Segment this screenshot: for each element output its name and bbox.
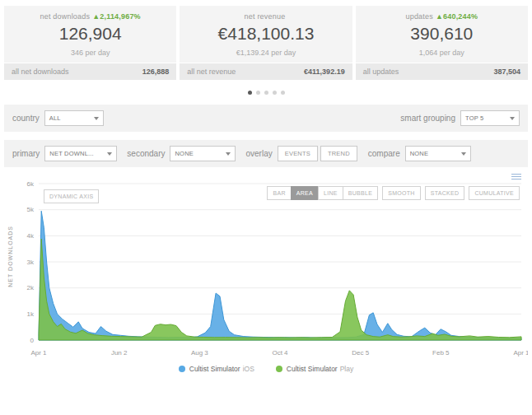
country-select[interactable]: ALL [44, 110, 104, 126]
legend-item-play[interactable]: Cultist Simulator Play [276, 365, 353, 373]
chart-area: DYNAMIC AXIS BAR AREA LINE BUBBLE SMOOTH… [4, 175, 528, 361]
stacked-button[interactable]: STACKED [425, 186, 465, 200]
card-footer: all net downloads 126,888 [4, 63, 176, 80]
change-up-badge: ▲640,244% [436, 12, 478, 21]
svg-text:5k: 5k [27, 206, 35, 213]
card-body: net downloads▲2,114,967% 126,904 346 per… [4, 6, 176, 63]
compare-select-value: NONE [410, 150, 428, 157]
svg-text:Feb 5: Feb 5 [432, 349, 450, 357]
svg-text:Jun 2: Jun 2 [111, 349, 128, 357]
card-footer: all updates 387,504 [356, 63, 528, 80]
legend-label: Cultist Simulator [189, 365, 240, 373]
country-select-value: ALL [49, 114, 61, 122]
card-body: net revenue €418,100.13 €1,139.24 per da… [180, 6, 352, 63]
legend-item-ios[interactable]: Cultist Simulator iOS [179, 365, 254, 373]
series-color-dot [179, 366, 185, 372]
dynamic-axis-button[interactable]: DYNAMIC AXIS [44, 189, 99, 203]
card-title-row: net revenue [186, 12, 345, 21]
carousel-dots [4, 91, 528, 95]
chart-type-button[interactable]: AREA [291, 186, 319, 200]
chevron-down-icon [461, 152, 466, 156]
card-footer-value: 387,504 [493, 68, 520, 76]
card-value: €418,100.13 [186, 24, 345, 44]
country-filter-bar: country ALL smart grouping TOP 5 [4, 105, 528, 132]
chart-legend: Cultist Simulator iOS Cultist Simulator … [4, 365, 528, 373]
svg-text:4k: 4k [27, 232, 35, 240]
card-title: net downloads [40, 12, 91, 21]
legend-label: Cultist Simulator [287, 365, 338, 373]
primary-metric-select[interactable]: NET DOWNL... [44, 146, 117, 161]
legend-platform: Play [340, 365, 354, 373]
chart-type-button[interactable]: BAR [267, 186, 291, 200]
trend-overlay-button[interactable]: TREND [320, 146, 357, 161]
chart-type-group: BAR AREA LINE BUBBLE [267, 186, 378, 200]
card-body: updates▲640,244% 390,610 1,064 per day [356, 6, 528, 63]
country-label: country [12, 114, 40, 123]
carousel-dot[interactable] [281, 91, 285, 95]
secondary-label: secondary [127, 149, 165, 158]
chart-type-button[interactable]: LINE [318, 186, 343, 200]
secondary-metric-value: NONE [175, 150, 193, 157]
cumulative-button[interactable]: CUMULATIVE [469, 186, 520, 200]
svg-text:2k: 2k [27, 284, 35, 291]
card-footer-label: all updates [363, 68, 399, 76]
card-title: updates [405, 12, 432, 21]
card-net-downloads: net downloads▲2,114,967% 126,904 346 per… [4, 6, 176, 80]
card-value: 390,610 [362, 24, 521, 44]
analytics-dashboard: net downloads▲2,114,967% 126,904 346 per… [0, 0, 532, 415]
svg-text:0: 0 [30, 337, 35, 344]
carousel-dot[interactable] [248, 91, 252, 95]
card-updates: updates▲640,244% 390,610 1,064 per day a… [356, 6, 528, 80]
card-title-row: updates▲640,244% [362, 12, 521, 21]
svg-text:1k: 1k [27, 310, 35, 318]
svg-text:3k: 3k [27, 259, 35, 266]
secondary-metric-select[interactable]: NONE [170, 146, 236, 161]
events-overlay-button[interactable]: EVENTS [278, 146, 318, 161]
card-per-day: €1,139.24 per day [186, 49, 345, 57]
svg-text:6k: 6k [27, 180, 35, 188]
svg-text:Aug 3: Aug 3 [191, 349, 208, 357]
card-net-revenue: net revenue €418,100.13 €1,139.24 per da… [180, 6, 352, 80]
card-value: 126,904 [11, 24, 170, 44]
carousel-dot[interactable] [273, 91, 277, 95]
card-footer: all net revenue €411,392.19 [180, 63, 352, 80]
primary-metric-value: NET DOWNL... [49, 150, 94, 157]
smart-grouping-select-value: TOP 5 [465, 114, 483, 122]
chevron-down-icon [510, 117, 515, 120]
change-up-badge: ▲2,114,967% [92, 12, 141, 21]
y-axis-label: NET DOWNLOADS [7, 226, 13, 287]
chevron-down-icon [107, 152, 112, 156]
svg-text:Oct 4: Oct 4 [272, 349, 288, 357]
card-title-row: net downloads▲2,114,967% [11, 12, 170, 21]
svg-text:Apr 1: Apr 1 [30, 349, 47, 357]
carousel-dot[interactable] [264, 91, 268, 95]
chevron-down-icon [226, 152, 231, 156]
smooth-button[interactable]: SMOOTH [382, 186, 421, 200]
compare-select[interactable]: NONE [405, 146, 471, 161]
card-per-day: 346 per day [11, 49, 170, 57]
smart-grouping-select[interactable]: TOP 5 [460, 110, 520, 126]
carousel-dot[interactable] [256, 91, 260, 95]
chevron-down-icon [94, 117, 99, 120]
dynamic-axis-container: DYNAMIC AXIS [44, 187, 99, 203]
series-color-dot [276, 366, 282, 372]
svg-text:Dec 5: Dec 5 [352, 349, 369, 357]
compare-label: compare [368, 149, 400, 158]
svg-text:Apr 1: Apr 1 [513, 349, 528, 357]
overlay-button-group: EVENTS TREND [278, 146, 360, 161]
chart-type-toolbar: BAR AREA LINE BUBBLE SMOOTH STACKED CUMU… [267, 186, 520, 200]
card-footer-label: all net revenue [187, 68, 236, 76]
y-axis-label-column: NET DOWNLOADS [4, 175, 16, 361]
stat-cards-row: net downloads▲2,114,967% 126,904 346 per… [4, 6, 528, 80]
card-footer-label: all net downloads [12, 68, 69, 76]
smart-grouping-label: smart grouping [400, 114, 455, 123]
primary-label: primary [12, 149, 40, 158]
chart-type-button[interactable]: BUBBLE [343, 186, 378, 200]
card-footer-value: 126,888 [142, 68, 170, 76]
overlay-label: overlay [245, 149, 272, 158]
card-title: net revenue [245, 12, 286, 21]
card-footer-value: €411,392.19 [304, 68, 345, 76]
chart-controls-bar: primary NET DOWNL... secondary NONE over… [4, 140, 528, 167]
chart-menu-icon[interactable] [511, 172, 521, 181]
legend-platform: iOS [243, 365, 254, 373]
